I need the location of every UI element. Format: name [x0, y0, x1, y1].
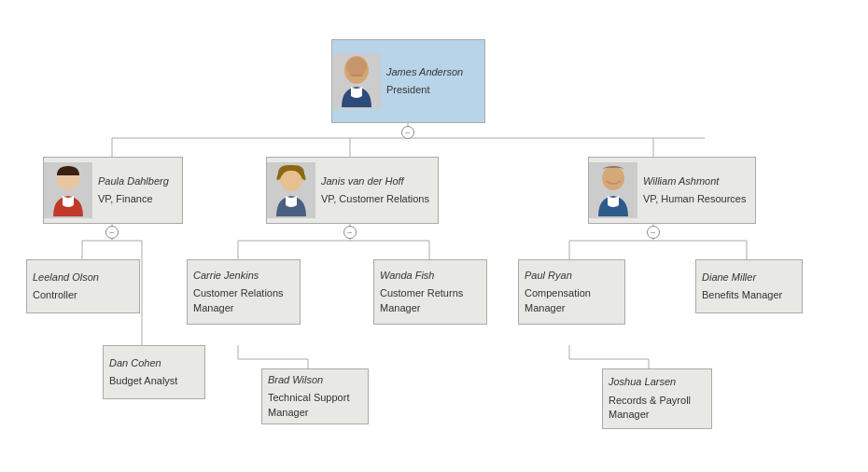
dan-title: Budget Analyst	[109, 374, 177, 388]
james-title: President	[386, 83, 463, 97]
svg-point-26	[358, 69, 364, 76]
svg-point-30	[602, 166, 624, 190]
avatar-william	[591, 164, 636, 216]
node-james[interactable]: James Anderson President	[331, 39, 485, 123]
photo-james	[332, 53, 381, 109]
node-leeland[interactable]: Leeland Olson Controller	[26, 259, 140, 313]
dan-text: Dan Cohen Budget Analyst	[104, 353, 183, 393]
connector-janis: −	[343, 226, 357, 239]
leeland-text: Leeland Olson Controller	[27, 267, 105, 307]
diane-title: Benefits Manager	[702, 288, 782, 302]
william-name: William Ashmont	[643, 174, 746, 188]
dan-name: Dan Cohen	[109, 356, 177, 370]
paul-text: Paul Ryan Compensation Manager	[519, 265, 624, 319]
org-chart: James Anderson President − Paula Dahlber…	[0, 0, 868, 472]
james-name: James Anderson	[386, 65, 463, 79]
node-william[interactable]: William Ashmont VP, Human Resources	[588, 157, 756, 224]
photo-janis	[267, 162, 315, 218]
node-dan[interactable]: Dan Cohen Budget Analyst	[103, 345, 205, 399]
brad-text: Brad Wilson Technical Support Manager	[262, 369, 368, 423]
node-janis[interactable]: Janis van der Hoff VP, Customer Relation…	[266, 157, 439, 224]
photo-paula	[44, 162, 92, 218]
joshua-title: Records & Payroll Manager	[609, 394, 706, 423]
node-diane[interactable]: Diane Miller Benefits Manager	[695, 259, 803, 313]
janis-text: Janis van der Hoff VP, Customer Relation…	[315, 171, 435, 211]
joshua-name: Joshua Larsen	[609, 375, 706, 389]
carrie-text: Carrie Jenkins Customer Relations Manage…	[188, 265, 300, 319]
photo-william	[589, 162, 637, 218]
paula-text: Paula Dahlberg VP, Finance	[92, 171, 175, 211]
node-brad[interactable]: Brad Wilson Technical Support Manager	[261, 368, 369, 424]
brad-name: Brad Wilson	[268, 373, 362, 387]
paula-title: VP, Finance	[98, 192, 169, 206]
node-joshua[interactable]: Joshua Larsen Records & Payroll Manager	[602, 368, 712, 429]
diane-name: Diane Miller	[702, 271, 782, 285]
paula-name: Paula Dahlberg	[98, 174, 169, 188]
brad-title: Technical Support Manager	[268, 391, 362, 420]
william-title: VP, Human Resources	[643, 192, 746, 206]
node-paula[interactable]: Paula Dahlberg VP, Finance	[43, 157, 183, 224]
node-paul[interactable]: Paul Ryan Compensation Manager	[518, 259, 625, 325]
avatar-paula	[46, 164, 91, 216]
svg-point-25	[349, 69, 355, 76]
node-wanda[interactable]: Wanda Fish Customer Returns Manager	[373, 259, 487, 325]
avatar-janis	[269, 164, 314, 216]
node-carrie[interactable]: Carrie Jenkins Customer Relations Manage…	[187, 259, 301, 325]
avatar-james	[334, 55, 379, 107]
janis-title: VP, Customer Relations	[321, 192, 429, 206]
connector-william: −	[647, 226, 660, 239]
diane-text: Diane Miller Benefits Manager	[696, 267, 788, 307]
william-text: William Ashmont VP, Human Resources	[637, 171, 751, 211]
carrie-name: Carrie Jenkins	[193, 269, 294, 283]
wanda-text: Wanda Fish Customer Returns Manager	[374, 265, 486, 319]
connector-james: −	[401, 126, 414, 139]
wanda-title: Customer Returns Manager	[380, 286, 481, 315]
paul-name: Paul Ryan	[525, 269, 619, 283]
leeland-name: Leeland Olson	[33, 271, 99, 285]
connector-paula: −	[105, 226, 119, 239]
wanda-name: Wanda Fish	[380, 269, 481, 283]
james-text: James Anderson President	[381, 62, 469, 102]
janis-name: Janis van der Hoff	[321, 174, 429, 188]
leeland-title: Controller	[33, 288, 99, 302]
paul-title: Compensation Manager	[525, 286, 619, 315]
joshua-text: Joshua Larsen Records & Payroll Manager	[603, 371, 711, 425]
carrie-title: Customer Relations Manager	[193, 286, 294, 315]
